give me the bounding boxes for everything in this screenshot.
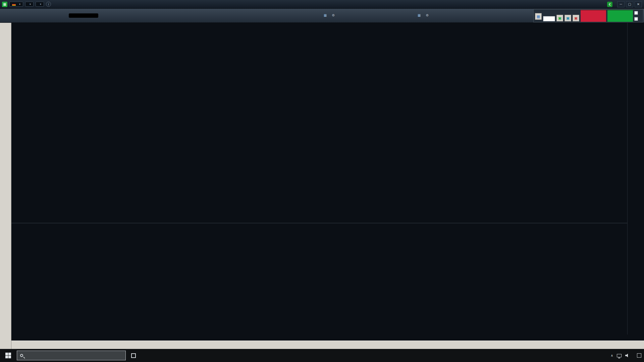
l-checkbox[interactable]: [634, 11, 638, 15]
windows-logo-icon: [5, 353, 11, 358]
chevron-down-icon: ▾: [19, 3, 20, 6]
ordres-field: ▦ ⚙: [320, 13, 335, 17]
task-view-button[interactable]: [126, 349, 141, 362]
quantity-input[interactable]: [543, 16, 555, 21]
action-center-icon[interactable]: [637, 353, 641, 358]
portfolio-field: [67, 13, 98, 18]
limit-order-icon[interactable]: ▣: [565, 15, 571, 21]
start-button[interactable]: [0, 349, 16, 362]
units-dropdown[interactable]: ▾: [36, 2, 44, 7]
drawing-toolbar: [0, 23, 11, 349]
chevron-down-icon: ▾: [40, 3, 41, 6]
chart-bottom-toolbar: [11, 341, 644, 349]
info-icon[interactable]: i: [46, 2, 51, 7]
network-icon[interactable]: [617, 354, 622, 357]
calculator-icon[interactable]: ▦: [535, 13, 542, 20]
sell-button[interactable]: [581, 10, 606, 22]
taskbar-search-input[interactable]: [17, 351, 126, 360]
timeframe-dropdown[interactable]: ▾: [25, 2, 34, 7]
money-icon[interactable]: €: [607, 2, 612, 7]
candlestick-canvas[interactable]: [11, 23, 627, 223]
minimize-button[interactable]: ─: [617, 1, 625, 7]
position-list-icon[interactable]: ▦: [418, 13, 421, 17]
system-tray: ∧: [611, 349, 644, 362]
time-axis: [11, 335, 644, 341]
dax-flag-icon: [12, 3, 16, 6]
position-field: ▦ ⚙: [414, 13, 429, 17]
tray-expand-icon[interactable]: ∧: [611, 354, 613, 357]
search-icon: [20, 354, 23, 357]
rsi-indicator-panel[interactable]: [11, 224, 627, 335]
rsi-canvas[interactable]: [11, 224, 627, 335]
symbol-dropdown[interactable]: ▾: [9, 2, 23, 7]
title-bar: ▦ ▾ ▾ ▾ i € ─ ▢ ✕: [0, 0, 644, 9]
maximize-button[interactable]: ▢: [626, 1, 633, 7]
chevron-down-icon: ▾: [30, 3, 31, 6]
buy-button[interactable]: [607, 10, 633, 22]
trading-application-window: ▦ ▾ ▾ ▾ i € ─ ▢ ✕: [0, 0, 644, 362]
orders-settings-gear-icon[interactable]: ⚙: [332, 13, 335, 17]
sg-option: [634, 17, 642, 21]
l-option: [634, 11, 642, 15]
stop-order-icon[interactable]: ▣: [573, 15, 579, 21]
portfolio-value-redacted: [69, 13, 98, 18]
to-order-icon[interactable]: ▣: [556, 15, 563, 21]
order-entry-panel: ▦ ▣ ▣ ▣: [533, 9, 643, 22]
main-price-chart[interactable]: [11, 23, 627, 223]
task-view-icon: [131, 353, 136, 358]
orders-list-icon[interactable]: ▦: [324, 13, 327, 17]
price-axis[interactable]: [627, 23, 644, 335]
close-button[interactable]: ✕: [635, 1, 642, 7]
sg-checkbox[interactable]: [634, 17, 638, 21]
position-settings-gear-icon[interactable]: ⚙: [426, 13, 429, 17]
volume-icon[interactable]: [625, 353, 630, 358]
account-info-bar: ▦ ⚙ ▦ ⚙ ▦ ▣ ▣: [0, 9, 644, 23]
windows-taskbar: ∧: [0, 349, 644, 362]
app-icon: ▦: [2, 2, 7, 7]
